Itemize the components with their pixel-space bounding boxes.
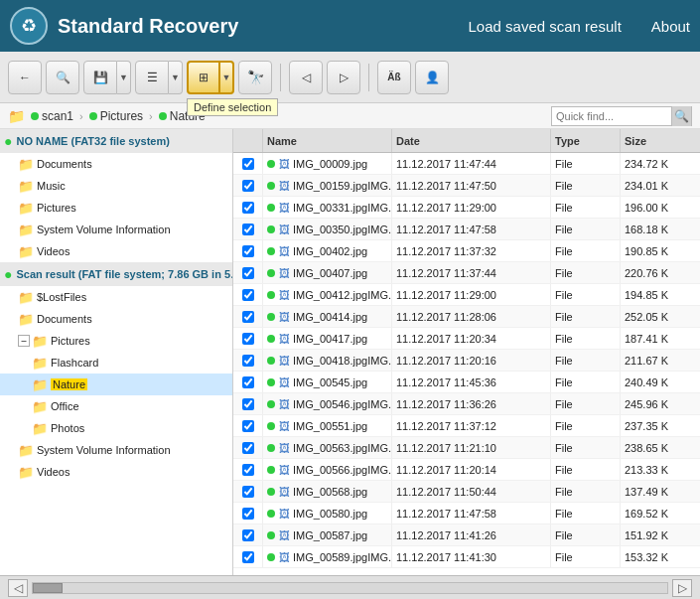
tree-item-flashcard[interactable]: 📁 Flashcard: [0, 352, 232, 374]
tree-item-pictures-2[interactable]: – 📁 Pictures: [0, 330, 232, 352]
checkbox-cell[interactable]: [233, 240, 263, 261]
table-row[interactable]: 🖼IMG_00331.jpgIMG...11.12.2017 11:29:00F…: [233, 197, 700, 219]
tree-item-svi-1[interactable]: 📁 System Volume Information: [0, 219, 232, 240]
tree-item-office[interactable]: 📁 Office: [0, 395, 232, 417]
checkbox-cell[interactable]: [233, 481, 263, 502]
row-checkbox[interactable]: [242, 486, 254, 498]
tree-item-music[interactable]: 📁 Music: [0, 175, 232, 197]
checkbox-cell[interactable]: [233, 524, 263, 545]
tree-item-svi-2[interactable]: 📁 System Volume Information: [0, 439, 232, 461]
table-row[interactable]: 🖼IMG_00545.jpg11.12.2017 11:45:36File240…: [233, 372, 700, 393]
row-checkbox[interactable]: [242, 289, 254, 301]
row-checkbox[interactable]: [242, 376, 254, 388]
checkbox-cell[interactable]: [233, 153, 263, 174]
row-checkbox[interactable]: [242, 311, 254, 323]
row-checkbox[interactable]: [242, 224, 254, 235]
tree-item-documents-1[interactable]: 📁 Documents: [0, 153, 232, 175]
tree-item-documents-2[interactable]: 📁 Documents: [0, 308, 232, 330]
row-checkbox[interactable]: [242, 180, 254, 192]
breadcrumb-pictures[interactable]: Pictures: [89, 109, 143, 123]
table-row[interactable]: 🖼IMG_00414.jpg11.12.2017 11:28:06File252…: [233, 306, 700, 328]
tree-item-photos[interactable]: 📁 Photos: [0, 417, 232, 439]
table-row[interactable]: 🖼IMG_00546.jpgIMG...11.12.2017 11:36:26F…: [233, 393, 700, 415]
row-checkbox[interactable]: [242, 333, 254, 345]
col-header-name[interactable]: Name: [263, 129, 392, 152]
row-checkbox[interactable]: [242, 442, 254, 454]
table-row[interactable]: 🖼IMG_00350.jpgIMG...11.12.2017 11:47:58F…: [233, 219, 700, 240]
search-input[interactable]: [552, 110, 671, 122]
define-selection-dropdown[interactable]: ▼: [220, 61, 234, 94]
tree-item-nature[interactable]: 📁 Nature: [0, 374, 232, 395]
checkbox-cell[interactable]: [233, 437, 263, 458]
row-checkbox[interactable]: [242, 245, 254, 257]
row-checkbox[interactable]: [242, 508, 254, 520]
save-button[interactable]: 💾: [83, 61, 117, 94]
checkbox-cell[interactable]: [233, 350, 263, 371]
col-header-size[interactable]: Size: [621, 129, 700, 152]
row-checkbox[interactable]: [242, 158, 254, 170]
search-submit-button[interactable]: 🔍: [671, 106, 691, 126]
user-button[interactable]: 👤: [415, 61, 449, 94]
breadcrumb-scan1[interactable]: scan1: [31, 109, 73, 123]
checkbox-cell[interactable]: [233, 372, 263, 392]
checkbox-cell[interactable]: [233, 415, 263, 436]
col-header-date[interactable]: Date: [392, 129, 551, 152]
table-row[interactable]: 🖼IMG_00587.jpg11.12.2017 11:41:26File151…: [233, 524, 700, 546]
row-checkbox[interactable]: [242, 529, 254, 541]
drive-scan-result[interactable]: ● Scan result (FAT file system; 7.86 GB …: [0, 262, 232, 286]
drive-no-name[interactable]: ● NO NAME (FAT32 file system): [0, 129, 232, 153]
tree-item-videos-2[interactable]: 📁 Videos: [0, 461, 232, 483]
table-row[interactable]: 🖼IMG_00580.jpg11.12.2017 11:47:58File169…: [233, 503, 700, 524]
row-checkbox[interactable]: [242, 202, 254, 214]
row-checkbox[interactable]: [242, 267, 254, 279]
load-saved-link[interactable]: Load saved scan result: [469, 18, 622, 35]
list-dropdown[interactable]: ▼: [169, 61, 183, 94]
define-selection-button[interactable]: ⊞: [187, 61, 220, 94]
table-row[interactable]: 🖼IMG_00551.jpg11.12.2017 11:37:12File237…: [233, 415, 700, 437]
col-header-check[interactable]: [233, 129, 263, 152]
checkbox-cell[interactable]: [233, 546, 263, 567]
list-button[interactable]: ☰: [135, 61, 169, 94]
scrollbar-thumb[interactable]: [33, 583, 63, 593]
table-row[interactable]: 🖼IMG_00159.jpgIMG...11.12.2017 11:47:50F…: [233, 175, 700, 197]
row-checkbox[interactable]: [242, 355, 254, 367]
row-checkbox[interactable]: [242, 398, 254, 410]
scroll-right-button[interactable]: ▷: [672, 579, 692, 597]
col-header-type[interactable]: Type: [551, 129, 621, 152]
table-row[interactable]: 🖼IMG_00417.jpg11.12.2017 11:20:34File187…: [233, 328, 700, 350]
checkbox-cell[interactable]: [233, 175, 263, 196]
tree-expand-pictures[interactable]: –: [18, 335, 30, 347]
checkbox-cell[interactable]: [233, 503, 263, 524]
table-row[interactable]: 🖼IMG_00568.jpg11.12.2017 11:50:44File137…: [233, 481, 700, 503]
table-row[interactable]: 🖼IMG_00589.jpgIMG...11.12.2017 11:41:30F…: [233, 546, 700, 568]
table-row[interactable]: 🖼IMG_00402.jpg11.12.2017 11:37:32File190…: [233, 240, 700, 262]
checkbox-cell[interactable]: [233, 306, 263, 327]
checkbox-cell[interactable]: [233, 262, 263, 283]
tree-item-lostfiles[interactable]: 📁 $LostFiles: [0, 286, 232, 308]
horizontal-scrollbar[interactable]: [32, 582, 668, 594]
checkbox-cell[interactable]: [233, 328, 263, 349]
tree-item-pictures-1[interactable]: 📁 Pictures: [0, 197, 232, 219]
table-row[interactable]: 🖼IMG_00563.jpgIMG...11.12.2017 11:21:10F…: [233, 437, 700, 459]
save-dropdown[interactable]: ▼: [117, 61, 131, 94]
table-row[interactable]: 🖼IMG_00009.jpg11.12.2017 11:47:44File234…: [233, 153, 700, 175]
checkbox-cell[interactable]: [233, 197, 263, 218]
next-button[interactable]: ▷: [327, 61, 360, 94]
binoculars-button[interactable]: 🔭: [238, 61, 272, 94]
row-checkbox[interactable]: [242, 464, 254, 476]
table-row[interactable]: 🖼IMG_00407.jpg11.12.2017 11:37:44File220…: [233, 262, 700, 284]
table-row[interactable]: 🖼IMG_00566.jpgIMG...11.12.2017 11:20:14F…: [233, 459, 700, 481]
table-row[interactable]: 🖼IMG_00418.jpgIMG...11.12.2017 11:20:16F…: [233, 350, 700, 372]
text-button[interactable]: Äß: [377, 61, 411, 94]
checkbox-cell[interactable]: [233, 284, 263, 305]
about-link[interactable]: About: [651, 18, 690, 35]
checkbox-cell[interactable]: [233, 459, 263, 480]
back-button[interactable]: ←: [8, 61, 42, 94]
tree-item-videos-1[interactable]: 📁 Videos: [0, 240, 232, 262]
checkbox-cell[interactable]: [233, 393, 263, 414]
row-checkbox[interactable]: [242, 420, 254, 432]
row-checkbox[interactable]: [242, 551, 254, 563]
checkbox-cell[interactable]: [233, 219, 263, 239]
prev-button[interactable]: ◁: [289, 61, 323, 94]
search-button[interactable]: 🔍: [46, 61, 79, 94]
